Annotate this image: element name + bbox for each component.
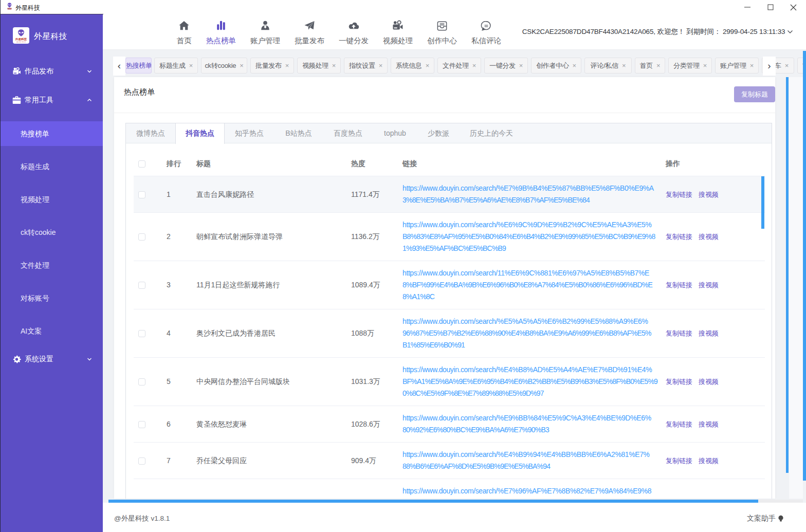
svg-text:ALIEN TECH: ALIEN TECH <box>16 41 26 43</box>
